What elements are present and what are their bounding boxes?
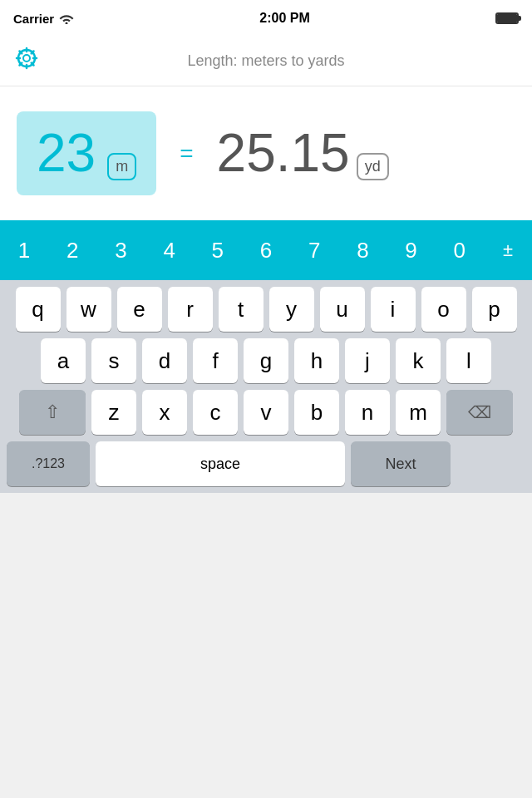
keyboard-row-1: q w e r t y u i o p	[3, 287, 529, 332]
key-q[interactable]: q	[16, 287, 61, 332]
input-box[interactable]: 23 m	[17, 111, 156, 195]
num-key-3[interactable]: 3	[96, 220, 145, 280]
key-u[interactable]: u	[320, 287, 365, 332]
key-p[interactable]: p	[472, 287, 517, 332]
result-group: 25.15 yd	[217, 126, 389, 180]
num-key-0[interactable]: 0	[436, 220, 484, 280]
equals-sign: =	[180, 140, 193, 167]
backspace-button[interactable]: ⌫	[446, 390, 513, 435]
key-d[interactable]: d	[142, 338, 187, 383]
key-e[interactable]: e	[117, 287, 162, 332]
numbers-button[interactable]: .?123	[7, 441, 90, 486]
wifi-icon	[59, 12, 74, 24]
key-z[interactable]: z	[91, 390, 136, 435]
number-row: 1 2 3 4 5 6 7 8 9 0 ±	[0, 220, 532, 280]
key-c[interactable]: c	[193, 390, 238, 435]
carrier-label: Carrier	[13, 12, 54, 26]
shift-icon: ⇧	[45, 401, 60, 423]
num-key-6[interactable]: 6	[242, 220, 290, 280]
svg-point-2	[23, 55, 30, 62]
header-title: Length: meters to yards	[187, 52, 344, 70]
status-time: 2:00 PM	[259, 11, 309, 26]
num-key-4[interactable]: 4	[145, 220, 194, 280]
num-key-8[interactable]: 8	[338, 220, 387, 280]
num-key-2[interactable]: 2	[48, 220, 96, 280]
key-m[interactable]: m	[396, 390, 441, 435]
key-f[interactable]: f	[193, 338, 238, 383]
key-n[interactable]: n	[345, 390, 390, 435]
converter-area: 23 m = 25.15 yd	[0, 86, 532, 220]
keyboard-bottom-row: .?123 space Next	[3, 441, 529, 486]
key-r[interactable]: r	[168, 287, 213, 332]
next-button[interactable]: Next	[351, 441, 451, 486]
shift-button[interactable]: ⇧	[19, 390, 86, 435]
num-key-1[interactable]: 1	[0, 220, 48, 280]
keyboard-row-3: ⇧ z x c v b n m ⌫	[3, 390, 529, 435]
keyboard: q w e r t y u i o p a s d f g h j k l ⇧ …	[0, 280, 532, 493]
status-carrier: Carrier	[13, 12, 74, 26]
status-bar: Carrier 2:00 PM	[0, 0, 532, 37]
battery-icon	[495, 12, 519, 24]
input-unit: m	[107, 153, 136, 180]
header: Length: meters to yards	[0, 37, 532, 86]
num-key-7[interactable]: 7	[290, 220, 338, 280]
num-key-9[interactable]: 9	[387, 220, 436, 280]
output-value: 25.15	[217, 126, 350, 180]
svg-point-0	[66, 22, 68, 25]
settings-icon[interactable]	[13, 45, 40, 77]
keyboard-row-2: a s d f g h j k l	[3, 338, 529, 383]
key-l[interactable]: l	[446, 338, 491, 383]
key-i[interactable]: i	[371, 287, 416, 332]
num-key-plusminus[interactable]: ±	[484, 220, 532, 280]
key-s[interactable]: s	[91, 338, 136, 383]
output-unit: yd	[357, 153, 389, 180]
key-h[interactable]: h	[294, 338, 339, 383]
key-a[interactable]: a	[41, 338, 86, 383]
key-b[interactable]: b	[294, 390, 339, 435]
key-y[interactable]: y	[269, 287, 314, 332]
backspace-icon: ⌫	[468, 402, 491, 422]
key-t[interactable]: t	[219, 287, 264, 332]
input-value: 23	[37, 126, 96, 180]
num-key-5[interactable]: 5	[194, 220, 242, 280]
key-o[interactable]: o	[421, 287, 466, 332]
key-k[interactable]: k	[396, 338, 441, 383]
key-w[interactable]: w	[66, 287, 111, 332]
key-x[interactable]: x	[142, 390, 187, 435]
key-j[interactable]: j	[345, 338, 390, 383]
key-v[interactable]: v	[244, 390, 288, 435]
key-g[interactable]: g	[244, 338, 288, 383]
space-button[interactable]: space	[96, 441, 345, 486]
